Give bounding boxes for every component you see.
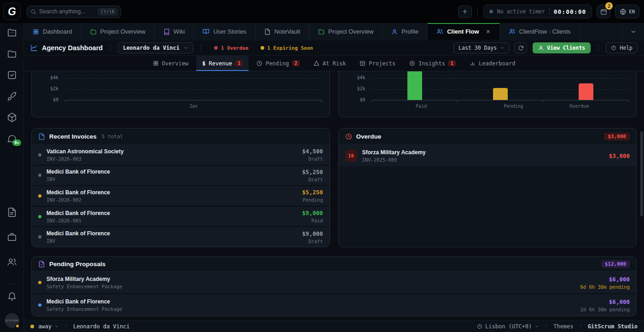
invoice-row[interactable]: Medici Bank of Florence INV-2026-002 $5,… — [32, 186, 330, 207]
recent-invoices-card: Recent Invoices 5 total Vatican Astronom… — [31, 128, 330, 247]
view-clients-button[interactable]: View Clients — [533, 42, 591, 53]
bar-chart-plot — [372, 71, 629, 100]
help-button[interactable]: Help — [606, 42, 638, 53]
proposal-row[interactable]: Medici Bank of Florence Safety Enhanceme… — [32, 294, 636, 316]
subtab-insights[interactable]: Insights 1 — [403, 56, 462, 71]
tab-client-flow[interactable]: Client Flow — [428, 23, 499, 40]
folder-icon — [318, 29, 325, 35]
pending-bar[interactable] — [493, 88, 508, 100]
help-icon — [611, 45, 616, 51]
overdue-bar[interactable] — [579, 83, 593, 100]
subtab-projects[interactable]: Projects — [354, 56, 401, 71]
folder-icon — [90, 29, 97, 35]
bell-icon[interactable] — [7, 291, 17, 302]
overdue-row[interactable]: 16 Sforza Military Academy INV-2025-089 … — [339, 145, 637, 166]
themes-button[interactable]: Themes — [553, 323, 573, 330]
tab-project-overview-2[interactable]: Project Overview — [309, 23, 383, 40]
app-logo[interactable]: G — [3, 3, 21, 20]
search-input[interactable] — [39, 8, 95, 15]
tab-project-overview-1[interactable]: Project Overview — [81, 23, 155, 40]
subtab-at-risk[interactable]: At Risk — [307, 56, 352, 71]
page-title: Agency Dashboard — [42, 44, 103, 52]
package-icon[interactable] — [7, 112, 17, 122]
tab-user-stories[interactable]: User Stories — [194, 23, 255, 40]
avatar[interactable]: GITSCRUM — [5, 313, 19, 328]
invoice-row[interactable]: Vatican Astronomical Society INV-2026-00… — [32, 145, 330, 166]
presence-dot — [15, 324, 20, 328]
refresh-icon — [518, 45, 524, 51]
overdue-list: 16 Sforza Military Academy INV-2025-089 … — [339, 145, 637, 166]
proposal-row[interactable]: Sforza Military Academy Safety Enhanceme… — [32, 272, 636, 294]
status-dot-draft — [38, 174, 41, 177]
refresh-button[interactable] — [514, 42, 527, 53]
subtab-leaderboard[interactable]: Leaderboard — [464, 56, 521, 71]
overdue-header: Overdue $3,000 — [339, 128, 637, 145]
book-open-icon — [203, 28, 209, 35]
subtab-revenue[interactable]: $ Revenue 1 — [196, 56, 249, 71]
briefcase-icon[interactable] — [7, 232, 17, 242]
tab-notevault[interactable]: NoteVault — [255, 23, 309, 40]
tab-dashboard[interactable]: Dashboard — [24, 23, 81, 40]
expiring-alert[interactable]: 1 Expiring Soon — [261, 45, 313, 51]
red-dot-icon — [214, 46, 218, 50]
users-icon — [436, 28, 443, 35]
tab-profile[interactable]: Profile — [383, 23, 428, 40]
timer-widget[interactable]: No active timer 00:00:00 — [483, 5, 592, 18]
tab-wiki[interactable]: Wiki — [155, 23, 194, 40]
subtab-overview[interactable]: Overview — [147, 56, 195, 71]
left-icon-rail: 9+ GITSCRUM — [0, 23, 24, 332]
paid-bar[interactable] — [407, 71, 422, 100]
invoice-row[interactable]: Medici Bank of Florence INV $9,000 Draft — [32, 227, 330, 247]
presence-selector[interactable]: away — [38, 323, 59, 330]
timezone-selector[interactable]: Lisbon (UTC+0) — [477, 323, 539, 330]
global-search[interactable]: CtrlK — [27, 6, 121, 18]
language-button[interactable]: EN — [615, 5, 639, 18]
brand-label: GitScrum Studio — [588, 323, 638, 330]
recent-invoices-header: Recent Invoices 5 total — [32, 128, 330, 145]
invoice-row[interactable]: Medici Bank of Florence INV $5,250 Draft — [32, 166, 330, 186]
current-user: Leonardo da Vinci — [73, 323, 130, 330]
document-icon[interactable] — [7, 207, 17, 217]
tab-clientflow-clients[interactable]: ClientFlow - Clients — [500, 23, 580, 40]
close-icon[interactable] — [486, 29, 491, 34]
book-icon — [163, 29, 170, 35]
page-header: Agency Dashboard Leonardo da Vinci 1 Ove… — [24, 41, 644, 56]
client-selector[interactable]: Leonardo da Vinci — [118, 42, 193, 53]
chevron-down-icon — [500, 46, 505, 50]
calendar-icon — [600, 8, 607, 15]
file-badge-icon — [38, 261, 45, 268]
card-title: Overdue — [356, 133, 382, 140]
calendar-button[interactable]: 2 — [597, 5, 610, 18]
language-label: EN — [629, 9, 635, 14]
table-icon — [360, 60, 366, 66]
chart-line-icon — [30, 44, 38, 52]
rocket-icon[interactable] — [7, 91, 17, 101]
invoice-row[interactable]: Medici Bank of Florence INV-2026-001 $9,… — [32, 207, 330, 227]
pending-badge: 2 — [292, 60, 300, 66]
clock-icon — [345, 133, 352, 140]
status-dot-paid — [38, 215, 41, 218]
status-dot-pending — [38, 281, 41, 284]
file-text-icon — [38, 133, 45, 140]
charts-row: $4k $2k $0 Jan $4k $2k $0 — [31, 71, 637, 117]
vertical-scrollbar[interactable] — [640, 131, 643, 216]
projects-icon[interactable] — [7, 28, 17, 38]
invoice-status-bar-chart: $4k $2k $0 Paid Pending Overdue — [338, 71, 637, 117]
folder-icon[interactable] — [7, 49, 17, 59]
date-range-selector[interactable]: Last 30 Days — [453, 42, 510, 53]
overdue-alert[interactable]: 1 Overdue — [214, 45, 249, 51]
timer-status-dot — [489, 10, 493, 13]
proposal-list: Sforza Military Academy Safety Enhanceme… — [32, 272, 636, 316]
add-button[interactable] — [458, 6, 472, 18]
revenue-badge: 1 — [235, 60, 243, 66]
tasks-icon[interactable] — [7, 70, 17, 80]
tab-overflow-button[interactable] — [623, 23, 644, 40]
file-icon — [264, 29, 271, 35]
subtab-pending[interactable]: Pending 2 — [250, 56, 306, 71]
main-content: $4k $2k $0 Jan $4k $2k $0 — [24, 71, 644, 320]
users-icon — [509, 28, 516, 35]
pending-proposals-header: Pending Proposals $12,000 — [32, 257, 636, 272]
chat-icon[interactable]: 9+ — [7, 134, 17, 144]
team-icon[interactable] — [7, 257, 17, 267]
card-title: Recent Invoices — [49, 133, 97, 140]
